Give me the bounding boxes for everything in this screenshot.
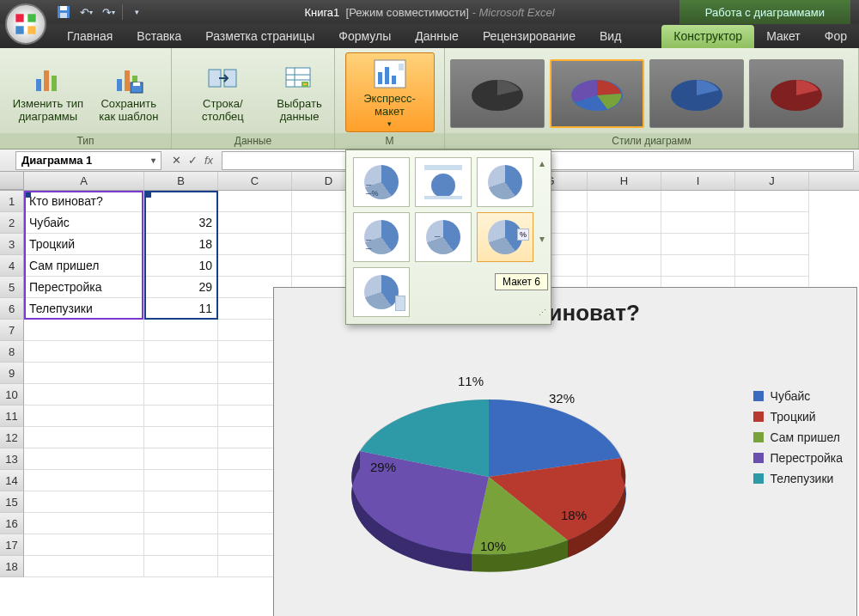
cell-A7[interactable] [24,320,144,341]
rowhead-17[interactable]: 17 [0,534,24,556]
redo-icon[interactable]: ↷▾ [100,3,117,21]
rowhead-6[interactable]: 6 [0,298,24,320]
cell-H4[interactable] [588,255,661,277]
qat-customize-icon[interactable]: ▾ [128,3,145,21]
save-as-template-button[interactable]: Сохранить как шаблон [93,58,164,127]
rowhead-7[interactable]: 7 [0,320,24,341]
cell-B14[interactable] [144,470,218,491]
tab-data[interactable]: Данные [403,25,471,48]
cell-A8[interactable] [24,341,144,363]
cell-A12[interactable] [24,427,144,448]
embedded-chart[interactable]: Кто виноват? 32% 18% 10% 29% 11% [273,287,857,616]
cell-I2[interactable] [661,212,735,234]
tab-formulas[interactable]: Формулы [326,25,403,48]
cell-J4[interactable] [735,255,809,277]
chart-style-3[interactable] [649,59,744,128]
cell-A18[interactable] [24,556,144,577]
tab-page-layout[interactable]: Разметка страницы [193,25,326,48]
layout-option-2[interactable] [415,157,472,207]
cell-B8[interactable] [144,341,218,363]
cell-B18[interactable] [144,556,218,577]
rowhead-8[interactable]: 8 [0,341,24,363]
cell-B16[interactable] [144,513,218,534]
cell-A2[interactable]: Чубайс [24,212,144,234]
cell-A14[interactable] [24,470,144,491]
scroll-up-icon[interactable]: ▴ [539,157,545,169]
undo-icon[interactable]: ↶▾ [77,3,94,21]
chart-style-1[interactable] [450,59,545,128]
cell-H1[interactable] [588,191,661,212]
cancel-icon[interactable]: ✕ [172,154,181,167]
cell-B13[interactable] [144,448,218,470]
name-box-dropdown-icon[interactable]: ▾ [151,156,155,165]
enter-icon[interactable]: ✓ [188,154,198,167]
rowhead-10[interactable]: 10 [0,384,24,406]
pie-chart[interactable]: 32% 18% 10% 29% 11% [326,348,652,606]
legend-item-1[interactable]: Троцкий [753,410,843,424]
tab-view[interactable]: Вид [588,25,633,48]
cell-A9[interactable] [24,363,144,384]
rowhead-12[interactable]: 12 [0,427,24,448]
cell-B7[interactable] [144,320,218,341]
cell-B1[interactable] [144,191,218,212]
rowhead-15[interactable]: 15 [0,491,24,513]
cell-B2[interactable]: 32 [144,212,218,234]
rowhead-9[interactable]: 9 [0,363,24,384]
layout-option-5[interactable]: ─ [415,212,472,262]
layout-option-1[interactable]: ──% [353,157,410,207]
select-all-corner[interactable] [0,172,24,190]
legend-item-2[interactable]: Сам пришел [753,430,843,444]
rowhead-13[interactable]: 13 [0,448,24,470]
layout-option-6[interactable]: % [477,212,533,262]
chart-style-4[interactable] [749,59,844,128]
tab-chart-design[interactable]: Конструктор [661,25,754,48]
cell-A5[interactable]: Перестройка [24,277,144,298]
cell-B12[interactable] [144,427,218,448]
cell-H2[interactable] [588,212,661,234]
cell-B11[interactable] [144,406,218,427]
colhead-C[interactable]: C [218,172,292,190]
cell-A17[interactable] [24,534,144,556]
cell-B5[interactable]: 29 [144,277,218,298]
cell-A15[interactable] [24,491,144,513]
chart-legend[interactable]: Чубайс Троцкий Сам пришел Перестройка Те… [753,382,843,492]
cell-J3[interactable] [735,234,809,255]
rowhead-11[interactable]: 11 [0,406,24,427]
rowhead-5[interactable]: 5 [0,277,24,298]
colhead-J[interactable]: J [735,172,809,190]
save-icon[interactable] [55,3,72,21]
cell-B6[interactable]: 11 [144,298,218,320]
change-chart-type-button[interactable]: Изменить тип диаграммы [7,58,90,127]
switch-row-column-button[interactable]: Строка/столбец [178,58,267,127]
cell-B9[interactable] [144,363,218,384]
tab-review[interactable]: Рецензирование [471,25,588,48]
cell-A4[interactable]: Сам пришел [24,255,144,277]
chart-style-2[interactable] [550,59,644,128]
gallery-scrollbar[interactable]: ▴▾⋰ [535,157,549,317]
legend-item-3[interactable]: Перестройка [753,451,843,465]
cell-A6[interactable]: Телепузики [24,298,144,320]
colhead-I[interactable]: I [661,172,735,190]
cell-B4[interactable]: 10 [144,255,218,277]
select-data-button[interactable]: Выбрать данные [271,58,327,127]
rowhead-16[interactable]: 16 [0,513,24,534]
tab-chart-layout[interactable]: Макет [754,25,813,48]
name-box[interactable]: Диаграмма 1 ▾ [15,151,161,170]
office-button[interactable] [5,3,46,45]
cell-A3[interactable]: Троцкий [24,234,144,255]
cell-J1[interactable] [735,191,809,212]
colhead-H[interactable]: H [588,172,661,190]
rowhead-14[interactable]: 14 [0,470,24,491]
cell-J2[interactable] [735,212,809,234]
rowhead-18[interactable]: 18 [0,556,24,577]
layout-option-3[interactable] [477,157,533,207]
tab-home[interactable]: Главная [55,25,125,48]
legend-item-0[interactable]: Чубайс [753,389,843,403]
colhead-A[interactable]: A [24,172,144,190]
cell-B3[interactable]: 18 [144,234,218,255]
cell-I1[interactable] [661,191,735,212]
rowhead-1[interactable]: 1 [0,191,24,212]
cell-B17[interactable] [144,534,218,556]
colhead-B[interactable]: B [144,172,218,190]
rowhead-3[interactable]: 3 [0,234,24,255]
